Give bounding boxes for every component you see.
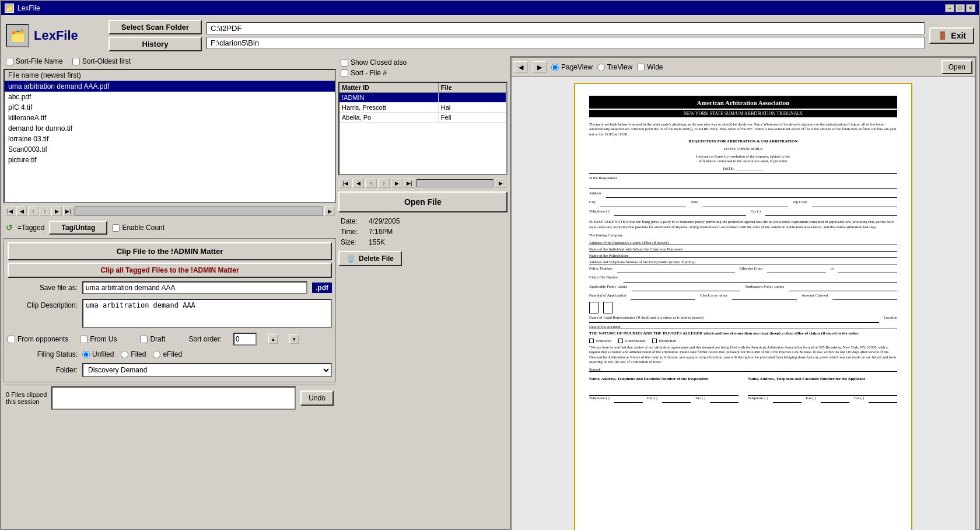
view-back-btn[interactable]: ◀ bbox=[514, 61, 528, 73]
page-view-label[interactable]: PageView bbox=[551, 63, 593, 71]
open-view-button[interactable]: Open bbox=[942, 60, 972, 74]
scroll-prev-btn[interactable]: ◀ bbox=[16, 207, 27, 216]
file-list-item[interactable]: uma arbitration demand AAA.pdf bbox=[5, 81, 335, 92]
true-view-label[interactable]: TreView bbox=[597, 63, 632, 71]
doc-claim-num-row: Claim File Number bbox=[589, 275, 897, 282]
wide-label[interactable]: Wide bbox=[637, 63, 663, 71]
matter-scroll-right[interactable]: ▶ bbox=[495, 179, 506, 188]
filed-label[interactable]: Filed bbox=[121, 350, 146, 358]
minimize-button[interactable]: − bbox=[945, 4, 954, 12]
scroll-next-small-btn[interactable]: › bbox=[40, 207, 50, 216]
close-button[interactable]: ✕ bbox=[966, 4, 975, 12]
history-button[interactable]: History bbox=[108, 37, 202, 51]
matter-prev-btn[interactable]: ◀ bbox=[352, 179, 364, 188]
doc-holder-field: Name of the Policyholder bbox=[589, 253, 897, 258]
doc-policy-limit-row: Applicable Policy Limits Tortfeasor's Po… bbox=[589, 284, 897, 291]
show-closed-label[interactable]: Show Closed also bbox=[341, 58, 505, 67]
from-us-checkbox[interactable] bbox=[80, 336, 88, 343]
file-list-item[interactable]: Scan0003.tif bbox=[5, 144, 335, 155]
efiled-label[interactable]: eFiled bbox=[153, 350, 182, 358]
matter-row[interactable]: Abella, PoFell bbox=[340, 113, 506, 123]
scroll-first-btn[interactable]: |◀ bbox=[5, 207, 15, 216]
file-list-item[interactable]: killeraneA.tif bbox=[5, 113, 335, 123]
matter-first-btn[interactable]: |◀ bbox=[340, 179, 351, 188]
sort-file-num-checkbox[interactable] bbox=[341, 69, 348, 77]
doc-state-label: State bbox=[691, 200, 698, 204]
scroll-right-btn[interactable]: ▶ bbox=[324, 207, 335, 216]
enable-count-label[interactable]: Enable Count bbox=[112, 224, 164, 232]
file-list-item[interactable]: lorraine 03.tif bbox=[5, 134, 335, 144]
top-bar: 🗂️ LexFile Select Scan Folder History C:… bbox=[4, 18, 977, 54]
from-opponents-label[interactable]: From opponents bbox=[8, 335, 68, 343]
view-fwd-btn[interactable]: ▶ bbox=[533, 61, 547, 73]
matter-row[interactable]: Harris, PrescottHai bbox=[340, 103, 506, 113]
doc-signed-field: Signed: bbox=[589, 367, 897, 372]
doc-company-label: The Issuing Company bbox=[589, 233, 897, 238]
delete-file-button[interactable]: 🗑️ Delete File bbox=[338, 251, 402, 266]
file-list-item[interactable]: abc.pdf bbox=[5, 92, 335, 102]
sort-order-up[interactable]: ▲ bbox=[268, 334, 278, 344]
maximize-button[interactable]: □ bbox=[956, 4, 965, 12]
file-list-item[interactable]: demand for dunno.tif bbox=[5, 123, 335, 134]
window-title: LexFile bbox=[18, 4, 40, 12]
scroll-next-btn[interactable]: ▶ bbox=[51, 207, 62, 216]
true-view-radio[interactable] bbox=[597, 64, 605, 71]
status-notes-area bbox=[51, 386, 296, 410]
clip-desc-label: Clip Description: bbox=[8, 301, 78, 309]
matter-row[interactable]: !ADMIN bbox=[340, 93, 506, 103]
clip-desc-textarea[interactable] bbox=[82, 299, 332, 328]
doc-eff-field bbox=[767, 266, 826, 273]
show-closed-checkbox[interactable] bbox=[341, 59, 348, 67]
file-list[interactable]: uma arbitration demand AAA.pdfabc.pdfpIC… bbox=[5, 81, 335, 202]
sort-oldest-first-checkbox[interactable] bbox=[72, 58, 80, 65]
file-list-item[interactable]: pIC 4.tif bbox=[5, 102, 335, 113]
path1-text: C:\I2PDF bbox=[206, 22, 925, 34]
sort-order-input[interactable] bbox=[233, 333, 257, 346]
sort-file-name-checkbox[interactable] bbox=[6, 58, 13, 65]
sort-file-name-label[interactable]: Sort-File Name bbox=[6, 57, 63, 65]
main-window: 📁 LexFile − □ ✕ 🗂️ LexFile Select Scan F… bbox=[0, 0, 980, 530]
draft-checkbox[interactable] bbox=[140, 336, 148, 343]
from-us-label[interactable]: From Us bbox=[80, 335, 117, 343]
h-scroll-track[interactable] bbox=[75, 207, 323, 216]
file-list-item[interactable]: picture.tif bbox=[5, 155, 335, 165]
doc-arbitration-title: REQUISITION FOR ARBITRATION & UM ARBITRA… bbox=[589, 139, 897, 144]
wide-checkbox[interactable] bbox=[637, 64, 645, 71]
date-label: Date: bbox=[341, 217, 364, 225]
enable-count-checkbox[interactable] bbox=[112, 224, 120, 232]
doc-eff-label: Effective From bbox=[740, 266, 762, 271]
undo-button[interactable]: Undo bbox=[300, 390, 334, 406]
open-file-button[interactable]: Open File bbox=[338, 191, 508, 212]
matter-last-btn[interactable]: ▶| bbox=[404, 179, 415, 188]
matter-h-scroll[interactable] bbox=[416, 179, 494, 187]
exit-button[interactable]: 🚪 Exit bbox=[929, 27, 974, 44]
save-as-input[interactable] bbox=[82, 281, 307, 294]
sort-file-num-label[interactable]: Sort - File # bbox=[341, 69, 505, 77]
sort-file-name-text: Sort-File Name bbox=[16, 57, 63, 65]
filed-radio[interactable] bbox=[121, 351, 128, 358]
draft-label[interactable]: Draft bbox=[140, 335, 165, 343]
unfiled-label[interactable]: Unfiled bbox=[82, 350, 114, 358]
scroll-last-btn[interactable]: ▶| bbox=[63, 207, 74, 216]
unfiled-radio[interactable] bbox=[82, 351, 90, 358]
folder-select[interactable]: Discovery DemandCorrespondencePleadingsE… bbox=[82, 363, 332, 377]
efiled-radio[interactable] bbox=[153, 351, 160, 358]
sort-order-down[interactable]: ▼ bbox=[289, 334, 299, 344]
matter-next-small-btn[interactable]: › bbox=[378, 179, 390, 188]
scroll-prev-small-btn[interactable]: ‹ bbox=[28, 207, 38, 216]
doc-holder-fields: Name of the Policyholder bbox=[589, 253, 897, 258]
doc-addr-row: Address bbox=[589, 191, 897, 198]
matter-prev-small-btn[interactable]: ‹ bbox=[365, 179, 377, 188]
page-view-radio[interactable] bbox=[551, 64, 559, 71]
tag-untag-button[interactable]: Tag/Untag bbox=[49, 221, 107, 235]
app-icon-small: 📁 bbox=[5, 4, 14, 13]
doc-nature-title: THE NATURE OF INJURIES AND THE INJURIES … bbox=[589, 331, 897, 336]
from-opponents-checkbox[interactable] bbox=[8, 336, 15, 343]
doc-city-label: City bbox=[589, 200, 596, 204]
matter-cell-file: Hai bbox=[439, 103, 506, 112]
clip-file-button[interactable]: Clip File to the !ADMIN Matter bbox=[8, 242, 332, 260]
sort-oldest-first-label[interactable]: Sort-Oldest first bbox=[72, 57, 131, 65]
clip-all-button[interactable]: Clip all Tagged Files to the !ADMIN Matt… bbox=[8, 263, 332, 278]
matter-next-btn[interactable]: ▶ bbox=[391, 179, 402, 188]
select-scan-folder-button[interactable]: Select Scan Folder bbox=[108, 20, 202, 34]
